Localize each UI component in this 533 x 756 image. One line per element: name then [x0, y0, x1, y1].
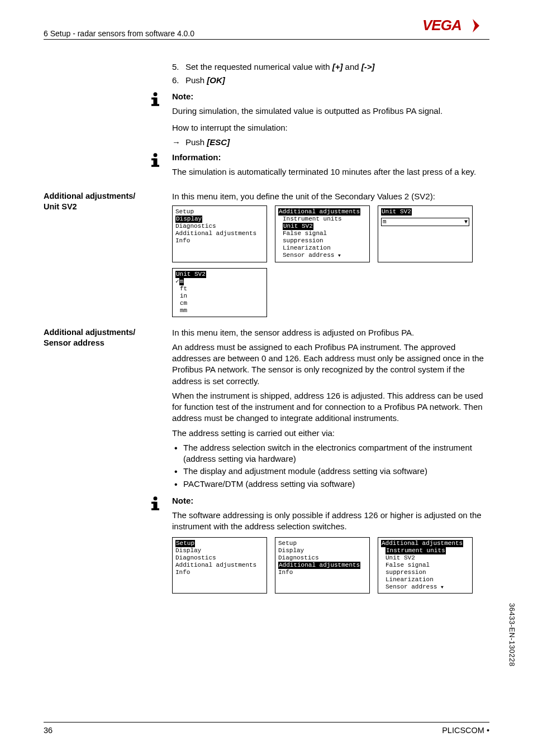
unit-sv2-intro: In this menu item, you define the unit o… [172, 191, 489, 202]
interrupt-lead: How to interrupt the simulation: [172, 122, 489, 133]
sensor-p2: An address must be assigned to each Prof… [172, 342, 489, 387]
document-id: 36433-EN-130228 [508, 603, 516, 667]
lcd-screen-bottom-2: Setup Display Diagnostics Additional adj… [275, 537, 370, 594]
bullet-1: The address selection switch in the elec… [172, 442, 489, 465]
svg-text:VEGA: VEGA [422, 17, 461, 34]
svg-rect-12 [151, 502, 155, 504]
side-heading-sensor-address: Additional adjustments/Sensor address [44, 327, 172, 491]
note2-body: The software addressing is only possible… [172, 510, 489, 533]
page-number: 36 [44, 726, 53, 735]
svg-rect-7 [151, 165, 159, 167]
lcd-screen-unit-sv2-options: Unit SV2 ✓m ft in cm mm [172, 268, 267, 317]
side-heading-unit-sv2: Additional adjustments/Unit SV2 [44, 191, 172, 317]
step-5: 5. Set the requested numerical value wit… [172, 61, 489, 73]
bullet-2: The display and adjustment module (addre… [172, 466, 489, 477]
lcd-screen-menu-1: Setup Display Diagnostics Additional adj… [172, 205, 267, 262]
vega-logo: VEGA [422, 17, 489, 37]
interrupt-action: → Push [ESC] [172, 137, 489, 148]
sensor-p1: In this menu item, the sensor address is… [172, 327, 489, 338]
section-header: 6 Setup - radar sensors from software 4.… [44, 29, 194, 38]
note2-title: Note: [172, 495, 489, 506]
svg-rect-8 [151, 158, 155, 160]
info-icon [44, 91, 172, 121]
note-title: Note: [172, 91, 489, 102]
sensor-p4: The address setting is carried out eithe… [172, 428, 489, 439]
lcd-screen-bottom-1: Setup Display Diagnostics Additional adj… [172, 537, 267, 594]
step-6: 6. Push [OK] [172, 75, 489, 86]
svg-rect-3 [151, 104, 159, 106]
information-body: The simulation is automatically terminat… [172, 166, 489, 178]
header-rule [44, 39, 489, 40]
sensor-p3: When the instrument is shipped, address … [172, 390, 489, 424]
svg-point-5 [154, 153, 158, 157]
svg-rect-4 [151, 97, 155, 99]
lcd-screen-unit-sv2-value: Unit SV2 m▼ [378, 205, 473, 262]
information-title: Information: [172, 152, 489, 163]
svg-point-1 [154, 92, 158, 96]
product-name: PLICSCOM • [442, 726, 489, 735]
bullet-3: PACTware/DTM (address setting via softwa… [172, 479, 489, 490]
svg-point-9 [154, 496, 158, 500]
lcd-screen-menu-2: Additional adjustments Instrument units … [275, 205, 370, 262]
info-icon [44, 152, 172, 181]
lcd-screen-bottom-3: Additional adjustments Instrument units … [378, 537, 473, 594]
info-icon [44, 495, 172, 594]
note-body: During simulation, the simulated value i… [172, 106, 489, 117]
svg-rect-11 [151, 508, 159, 510]
